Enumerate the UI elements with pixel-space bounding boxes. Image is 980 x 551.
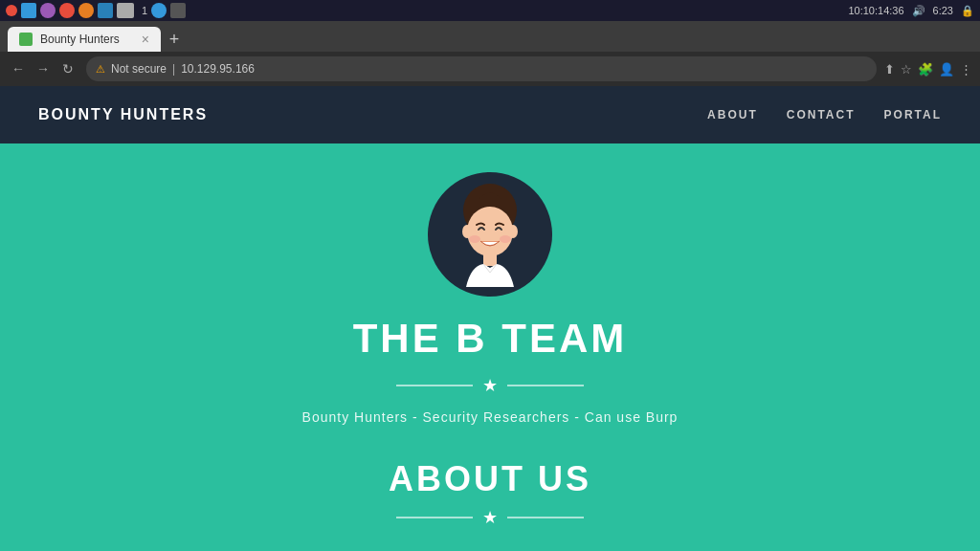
taskbar-icon-1: [6, 5, 17, 16]
security-warning-text: Not secure: [111, 62, 167, 76]
menu-icon[interactable]: ⋮: [960, 62, 972, 77]
taskbar-icon-8: [151, 3, 167, 18]
security-warning-icon: ⚠: [96, 63, 105, 76]
system-bar-left: 1: [6, 3, 186, 18]
nav-link-portal[interactable]: PORTAL: [884, 108, 942, 121]
svg-point-2: [462, 225, 472, 238]
svg-point-1: [467, 207, 513, 256]
share-icon[interactable]: ⬆: [884, 62, 895, 77]
bookmark-icon[interactable]: ☆: [901, 62, 912, 77]
nav-buttons: ← → ↻: [8, 58, 78, 79]
hero-title: THE B TEAM: [353, 316, 628, 362]
url-actions: ⬆ ☆ 🧩 👤 ⋮: [884, 62, 972, 77]
about-divider-line-left: [396, 517, 473, 518]
tab-bar: Bounty Hunters × +: [0, 21, 980, 52]
about-divider-line-right: [507, 517, 584, 518]
site-navbar: BOUNTY HUNTERS ABOUT CONTACT PORTAL: [0, 86, 980, 143]
clock-display: 10:10:14:36: [848, 5, 903, 16]
volume-icon: 🔊: [912, 5, 925, 17]
nav-link-about[interactable]: ABOUT: [707, 108, 758, 121]
about-divider: ★: [0, 507, 980, 528]
hero-subtitle: Bounty Hunters - Security Researchers - …: [302, 409, 679, 425]
about-section-preview: ABOUT US ★: [0, 459, 980, 551]
url-bar[interactable]: ⚠ Not secure | 10.129.95.166: [86, 56, 877, 81]
taskbar-icon-6: [98, 3, 113, 18]
address-bar: ← → ↻ ⚠ Not secure | 10.129.95.166 ⬆ ☆ 🧩…: [0, 52, 980, 86]
hero-avatar: [428, 172, 552, 297]
svg-rect-4: [483, 254, 497, 266]
hero-section: THE B TEAM ★ Bounty Hunters - Security R…: [0, 143, 980, 551]
new-tab-button[interactable]: +: [161, 27, 188, 52]
extensions-icon[interactable]: 🧩: [918, 62, 933, 77]
tab-count: 1: [142, 5, 147, 16]
divider-line-right: [507, 385, 584, 386]
tab-close-button[interactable]: ×: [142, 32, 149, 47]
forward-button[interactable]: →: [33, 58, 54, 79]
navbar-links: ABOUT CONTACT PORTAL: [707, 108, 942, 121]
active-tab[interactable]: Bounty Hunters ×: [8, 27, 161, 52]
taskbar-icon-3: [40, 3, 56, 18]
reload-button[interactable]: ↻: [57, 58, 78, 79]
divider-line-left: [396, 385, 473, 386]
avatar-illustration: [442, 182, 538, 287]
back-button[interactable]: ←: [8, 58, 29, 79]
tab-favicon: [19, 33, 33, 46]
profile-icon[interactable]: 👤: [939, 62, 954, 77]
system-bar-right: 10:10:14:36 🔊 6:23 🔒: [848, 5, 974, 17]
lock-icon: 🔒: [961, 5, 974, 17]
system-bar: 1 10:10:14:36 🔊 6:23 🔒: [0, 0, 980, 21]
taskbar-icon-9: [170, 3, 186, 18]
site-brand[interactable]: BOUNTY HUNTERS: [38, 106, 208, 123]
tab-title: Bounty Hunters: [40, 33, 120, 46]
website-content: BOUNTY HUNTERS ABOUT CONTACT PORTAL: [0, 86, 980, 551]
divider-star: ★: [482, 375, 498, 396]
hero-divider: ★: [396, 375, 584, 396]
nav-link-contact[interactable]: CONTACT: [787, 108, 856, 121]
url-text: 10.129.95.166: [181, 62, 255, 76]
taskbar-icon-2: [21, 3, 36, 18]
taskbar-icon-4: [59, 3, 75, 18]
time-display: 6:23: [933, 5, 953, 16]
browser-chrome: 1 10:10:14:36 🔊 6:23 🔒 Bounty Hunters × …: [0, 0, 980, 86]
svg-point-6: [500, 235, 511, 243]
about-title: ABOUT US: [0, 459, 980, 499]
taskbar-icon-7: [117, 3, 134, 18]
svg-point-5: [469, 235, 480, 243]
svg-point-3: [508, 225, 518, 238]
taskbar-icon-5: [78, 3, 94, 18]
about-divider-star: ★: [482, 507, 498, 528]
